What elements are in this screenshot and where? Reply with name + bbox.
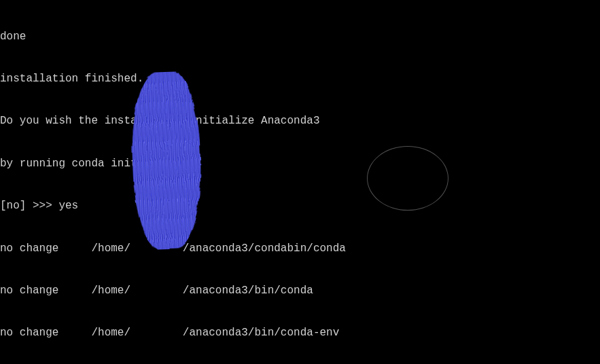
terminal-line: installation finished. (0, 72, 600, 86)
terminal-line: Do you wish the installer to initialize … (0, 114, 600, 128)
terminal-output[interactable]: done installation finished. Do you wish … (0, 1, 600, 364)
terminal-line: done (0, 30, 600, 44)
terminal-line: no change /home/ /anaconda3/bin/conda-en… (0, 326, 600, 340)
terminal-line: no change /home/ /anaconda3/condabin/con… (0, 242, 600, 256)
terminal-prompt-line: [no] >>> yes (0, 199, 600, 213)
terminal-line: no change /home/ /anaconda3/bin/conda (0, 284, 600, 298)
terminal-line: by running conda init? [yes|no] (0, 157, 600, 171)
redaction-overlay (129, 71, 203, 249)
